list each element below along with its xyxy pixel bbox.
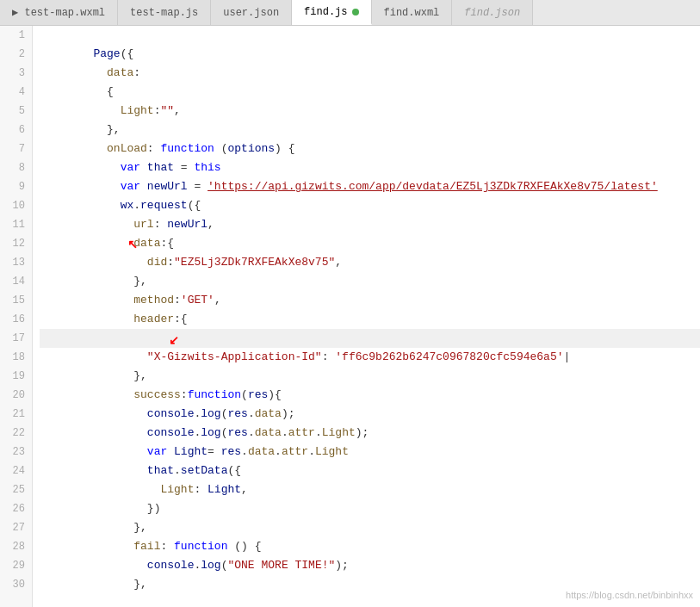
tab-find-js[interactable]: find.js: [292, 0, 371, 25]
code-line-8: var newUrl = 'https://api.gizwits.com/ap…: [40, 158, 700, 177]
code-line-27: fail: function () {: [40, 518, 700, 537]
editor: 1 2 3 4 5 6 7 8 9 10 11 12 13 14 15 16 1…: [0, 26, 700, 607]
tab-find-json[interactable]: find.json: [452, 0, 533, 25]
code-line-15: header:{: [40, 291, 700, 310]
code-line-5: },: [40, 102, 700, 121]
code-line-22: var Light= res.data.attr.Light: [40, 424, 700, 443]
code-line-23: that.setData({: [40, 443, 700, 461]
annotation-arrow-1: ↙: [127, 236, 138, 255]
line-numbers: 1 2 3 4 5 6 7 8 9 10 11 12 13 14 15 16 1…: [0, 26, 33, 607]
code-line-26: },: [40, 499, 700, 518]
code-line-25: }): [40, 480, 700, 499]
watermark: https://blog.csdn.net/binbinhxx: [566, 590, 693, 600]
tab-bar: ▶ test-map.wxml test-map.js user.json fi…: [0, 0, 700, 26]
tab-user-json[interactable]: user.json: [211, 0, 292, 25]
code-line-12: did:"EZ5Lj3ZDk7RXFEAkXe8v75", ↙: [40, 234, 700, 253]
code-line-16: 'content-type': 'application/json',: [40, 310, 700, 329]
code-line-19: success:function(res){: [40, 367, 700, 386]
code-line-4: Light:"",: [40, 83, 700, 102]
code-line-21: console.log(res.data.attr.Light);: [40, 405, 700, 424]
code-line-18: },: [40, 348, 700, 367]
code-line-20: console.log(res.data);: [40, 386, 700, 405]
tab-test-map-js[interactable]: test-map.js: [118, 0, 211, 25]
code-line-13: },: [40, 253, 700, 272]
code-line-10: url: newUrl,: [40, 196, 700, 215]
code-line-6: onLoad: function (options) {: [40, 121, 700, 139]
code-line-28: console.log("ONE MORE TIME!");: [40, 537, 700, 556]
code-line-11: data:{: [40, 215, 700, 234]
code-line-1: Page({: [40, 26, 700, 45]
code-line-3: {: [40, 64, 700, 83]
tab-test-map-wxml[interactable]: ▶ test-map.wxml: [0, 0, 118, 25]
unsaved-dot: [352, 9, 359, 15]
code-line-9: wx.request({: [40, 177, 700, 196]
code-line-2: data:: [40, 45, 700, 64]
code-line-14: method:'GET',: [40, 272, 700, 291]
annotation-arrow-2: ↙: [169, 331, 179, 350]
code-area[interactable]: Page({ data: { Light:"", }, onLoad: func…: [33, 26, 700, 607]
code-line-29: },: [40, 556, 700, 575]
code-line-17: "X-Gizwits-Application-Id": 'ff6c9b262b6…: [40, 329, 700, 348]
code-line-7: var that = this: [40, 139, 700, 158]
tab-find-wxml[interactable]: find.wxml: [372, 0, 453, 25]
code-line-24: Light: Light,: [40, 461, 700, 480]
